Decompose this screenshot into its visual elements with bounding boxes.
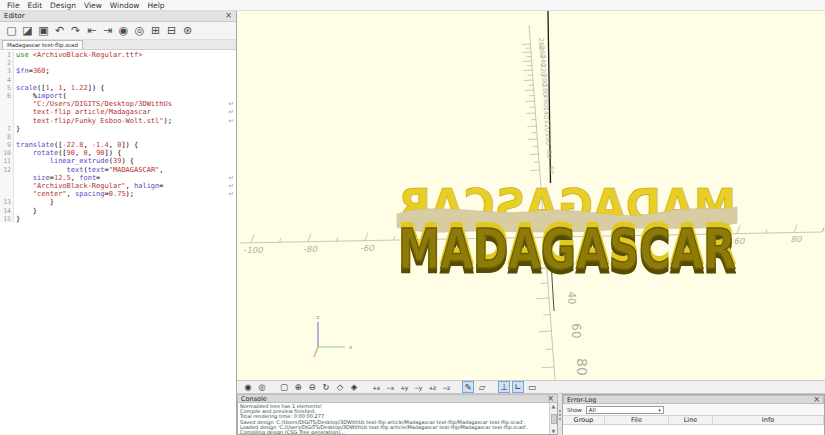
console-scrollbar[interactable]: ▲ ▼ [549, 403, 557, 434]
code-text: } [14, 207, 37, 215]
menu-help[interactable]: Help [143, 1, 168, 10]
export-stl-icon[interactable]: ⊞ [148, 23, 163, 38]
line-number: 9 [0, 141, 14, 149]
column-header-line[interactable]: Line [669, 416, 713, 424]
menu-edit[interactable]: Edit [24, 1, 47, 10]
view-top-icon[interactable]: +z [426, 381, 438, 393]
scrollbar-thumb[interactable] [551, 414, 557, 424]
scroll-up-icon[interactable]: ▲ [552, 403, 556, 409]
error-log-titlebar: Error-Log × [563, 395, 824, 404]
render-icon[interactable]: ◎ [256, 381, 268, 393]
save-file-icon[interactable]: ▣ [36, 23, 51, 38]
line-number: 8 [0, 133, 14, 141]
axis-label: 160 [542, 95, 550, 107]
line-number [0, 108, 14, 116]
reset-customizer-icon[interactable]: ⊛ [180, 23, 195, 38]
line-number: 15 [0, 215, 14, 223]
line-number: 7 [0, 125, 14, 133]
menu-bar: FileEditDesignViewWindowHelp [0, 0, 825, 11]
axis-label: 60 [547, 166, 555, 174]
console-titlebar: Console × [237, 394, 558, 403]
viewport-3d[interactable]: 6080100120140160180200220240260280204060… [237, 11, 825, 380]
export-image-icon[interactable]: ⊟ [164, 23, 179, 38]
error-log-panel: Error-Log × Show All ▾ GroupFileLineInfo [562, 394, 825, 435]
show-axes-icon[interactable]: ⊥ [498, 381, 510, 393]
undo-icon[interactable]: ↶ [52, 23, 67, 38]
line-number: 14 [0, 207, 14, 215]
gizmo-y-axis [314, 347, 318, 357]
code-line: 2 [0, 59, 236, 67]
code-text: "C:/Users/DIGITS/Desktop/3DWithUs [14, 100, 172, 108]
scroll-down-icon[interactable]: ▼ [552, 428, 556, 434]
view-all-icon[interactable]: ◇ [334, 381, 346, 393]
axis-label: 100 [544, 133, 552, 145]
code-line: 3$fn=360; [0, 67, 236, 75]
code-text: "ArchivoBlack-Regular", halign= [14, 182, 164, 190]
code-editor[interactable]: 1use <ArchivoBlack-Regular.ttf>23$fn=360… [0, 51, 236, 435]
show-edges-icon[interactable]: ▭ [526, 381, 538, 393]
error-filter-dropdown[interactable]: All ▾ [586, 406, 664, 414]
gizmo-x-label: x [349, 344, 353, 350]
indent-icon[interactable]: ⇥ [100, 23, 115, 38]
console-close-icon[interactable]: × [547, 395, 554, 403]
column-header-info[interactable]: Info [713, 416, 824, 424]
wrap-indicator-icon: ↵ [229, 174, 234, 182]
wrap-indicator-icon: ↵ [229, 117, 234, 125]
code-text: %import( [14, 92, 67, 100]
code-text: linear_extrude(39) { [14, 157, 134, 165]
code-text: text(text="MADAGASCAR", [14, 166, 164, 174]
perspective-icon[interactable]: ✎ [462, 381, 474, 393]
line-number: 1 [0, 51, 14, 59]
menu-window[interactable]: Window [106, 1, 144, 10]
orthogonal-icon[interactable]: ▱ [476, 381, 488, 393]
code-text: "center", spacing=0.75); [14, 190, 134, 198]
console-panel: Console × Normalized tree has 1 elements… [237, 394, 558, 435]
code-line: 9translate([-22.8, -1.4, 0]) { [0, 141, 236, 149]
axis-label: 140 [542, 107, 550, 119]
openscad-window: FileEditDesignViewWindowHelp Editor × ▢◪… [0, 0, 825, 435]
menu-view[interactable]: View [80, 1, 106, 10]
select-object-icon[interactable]: ▢ [278, 381, 290, 393]
preview-icon[interactable]: ◉ [116, 23, 131, 38]
view-bottom-icon[interactable]: −z [440, 381, 452, 393]
code-text: use <ArchivoBlack-Regular.ttf> [14, 51, 142, 59]
view-left-icon[interactable]: −x [384, 381, 396, 393]
code-text: text-flip article/Madagascar [14, 108, 151, 116]
view-back-icon[interactable]: +y [398, 381, 410, 393]
view-right-icon[interactable]: +x [370, 381, 382, 393]
code-line: text-flip/Funky Esboo-Wolt.stl");↵ [0, 117, 236, 125]
unindent-icon[interactable]: ⇤ [84, 23, 99, 38]
error-log-close-icon[interactable]: × [813, 396, 820, 404]
code-line: size=12.5, font=↵ [0, 174, 236, 182]
zoom-in-icon[interactable]: ⊕ [292, 381, 304, 393]
filter-value: All [589, 407, 596, 413]
redo-icon[interactable]: ↷ [68, 23, 83, 38]
editor-close-icon[interactable]: × [225, 12, 232, 20]
view-front-icon[interactable]: −y [412, 381, 424, 393]
line-number: 6 [0, 92, 14, 100]
render-icon[interactable]: ◎ [132, 23, 147, 38]
new-file-icon[interactable]: ▢ [4, 23, 19, 38]
column-header-group[interactable]: Group [563, 416, 605, 424]
menu-design[interactable]: Design [46, 1, 80, 10]
menu-file[interactable]: File [3, 1, 24, 10]
axis-label: 80 [791, 234, 803, 244]
wrap-indicator-icon: ↵ [229, 100, 234, 108]
column-header-file[interactable]: File [605, 416, 669, 424]
code-line: "ArchivoBlack-Regular", halign=↵ [0, 182, 236, 190]
reset-view-icon[interactable]: ↻ [320, 381, 332, 393]
zoom-out-icon[interactable]: ⊖ [306, 381, 318, 393]
orthographic-icon[interactable]: ◈ [348, 381, 360, 393]
tab-madagascar-text-flip[interactable]: Madagascar text-flip.scad [2, 40, 83, 49]
axis-label: 60 [569, 323, 583, 338]
editor-tabstrip: Madagascar text-flip.scad [0, 40, 236, 50]
line-number [0, 174, 14, 182]
code-line: 12 text(text="MADAGASCAR", [0, 166, 236, 174]
line-number [0, 100, 14, 108]
preview-icon[interactable]: ◉ [242, 381, 254, 393]
console-log[interactable]: Normalized tree has 1 elements!Compile a… [237, 403, 558, 435]
console-title: Console [241, 395, 267, 403]
open-file-icon[interactable]: ◪ [20, 23, 35, 38]
wrap-indicator-icon: ↵ [229, 190, 234, 198]
show-scale-markers-icon[interactable]: ∟ [512, 381, 524, 393]
